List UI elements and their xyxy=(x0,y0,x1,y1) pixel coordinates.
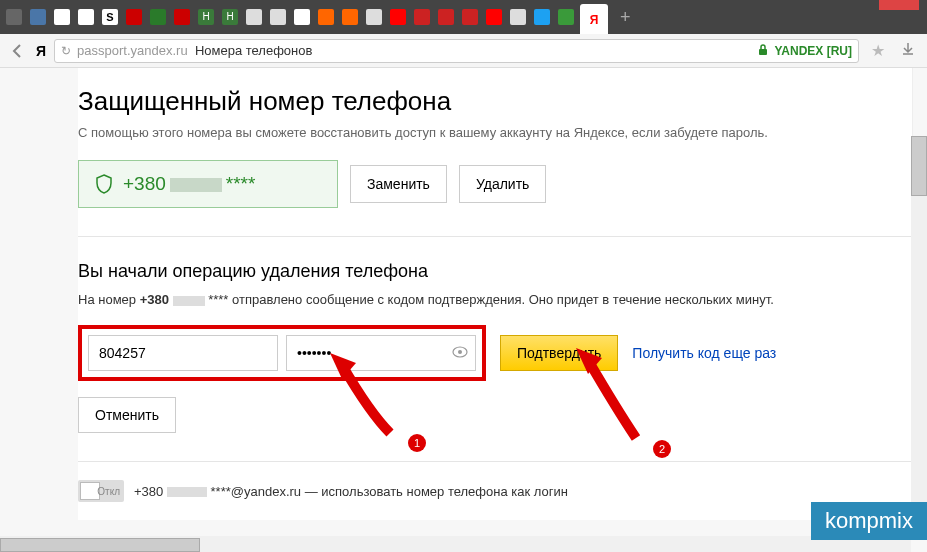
reload-icon[interactable]: ↻ xyxy=(61,44,71,58)
tab-favicon-mail[interactable] xyxy=(54,9,70,25)
tab-bar-indicator xyxy=(879,0,919,10)
tab-favicon-tv[interactable] xyxy=(78,9,94,25)
vertical-scrollbar-thumb[interactable] xyxy=(911,136,927,196)
password-input[interactable] xyxy=(286,335,476,371)
info-line: На номер +380 **** отправлено сообщение … xyxy=(78,292,912,307)
browser-tab-bar: S H H Я + xyxy=(0,0,927,34)
horizontal-scrollbar-track[interactable] xyxy=(0,536,911,552)
protected-phone-row: +380**** Заменить Удалить xyxy=(78,160,912,208)
confirm-button[interactable]: Подтвердить xyxy=(500,335,618,371)
svg-point-2 xyxy=(458,350,462,354)
tab-favicon-chart2[interactable] xyxy=(438,9,454,25)
cancel-button[interactable]: Отменить xyxy=(78,397,176,433)
divider xyxy=(78,461,912,462)
tab-favicon-doc[interactable] xyxy=(246,9,262,25)
tab-favicon-doc4[interactable] xyxy=(510,9,526,25)
lock-icon xyxy=(758,44,768,58)
operation-heading: Вы начали операцию удаления телефона xyxy=(78,261,912,282)
password-wrap xyxy=(286,335,476,371)
confirm-row: Подтвердить Получить код еще раз xyxy=(78,325,912,381)
vertical-scrollbar-track[interactable] xyxy=(911,136,927,536)
tab-favicon-blue[interactable] xyxy=(534,9,550,25)
tab-favicon-mi[interactable] xyxy=(342,9,358,25)
tab-favicon-h2[interactable]: H xyxy=(222,9,238,25)
tab-favicon-green[interactable] xyxy=(150,9,166,25)
toggle-off-label: Откл xyxy=(97,486,120,497)
url-field[interactable]: ↻ passport.yandex.ru Номера телефонов YA… xyxy=(54,39,859,63)
tab-favicon-vk[interactable] xyxy=(30,9,46,25)
login-text: +380 ****@yandex.ru — использовать номер… xyxy=(134,484,568,499)
tab-favicon-h[interactable]: H xyxy=(198,9,214,25)
tab-favicon-orange[interactable] xyxy=(318,9,334,25)
page-subtitle: С помощью этого номера вы сможете восста… xyxy=(78,125,912,140)
url-text: passport.yandex.ru Номера телефонов xyxy=(77,43,312,58)
bookmark-star-icon[interactable]: ★ xyxy=(867,41,889,60)
annotation-badge-2: 2 xyxy=(653,440,671,458)
horizontal-scrollbar-thumb[interactable] xyxy=(0,538,200,552)
page-content: Защищенный номер телефона С помощью этог… xyxy=(78,68,913,520)
highlight-box-inputs xyxy=(78,325,486,381)
page-title: Защищенный номер телефона xyxy=(78,86,912,117)
tab-favicon-chart3[interactable] xyxy=(462,9,478,25)
divider xyxy=(78,236,912,237)
tab-favicon-chart1[interactable] xyxy=(414,9,430,25)
back-button[interactable] xyxy=(8,41,28,61)
yandex-logo[interactable]: Я xyxy=(36,43,46,59)
shield-icon xyxy=(95,174,113,194)
tab-favicon-yandex2[interactable] xyxy=(486,9,502,25)
tab-favicon-green2[interactable] xyxy=(558,9,574,25)
active-tab-favicon: Я xyxy=(586,12,602,28)
code-input[interactable] xyxy=(88,335,278,371)
protected-phone-display: +380**** xyxy=(78,160,338,208)
tab-favicon-youtube2[interactable] xyxy=(174,9,190,25)
tab-favicon-doc3[interactable] xyxy=(366,9,382,25)
tab-favicon-doc2[interactable] xyxy=(270,9,286,25)
address-bar: Я ↻ passport.yandex.ru Номера телефонов … xyxy=(0,34,927,68)
security-label: YANDEX [RU] xyxy=(774,44,852,58)
tab-favicon-s[interactable]: S xyxy=(102,9,118,25)
tab-favicon-o[interactable] xyxy=(294,9,310,25)
replace-button[interactable]: Заменить xyxy=(350,165,447,203)
resend-code-link[interactable]: Получить код еще раз xyxy=(632,345,776,361)
new-tab-button[interactable]: + xyxy=(612,7,639,28)
annotation-badge-1: 1 xyxy=(408,434,426,452)
toggle-switch[interactable]: Откл xyxy=(78,480,124,502)
phone-as-login-row: Откл +380 ****@yandex.ru — использовать … xyxy=(78,480,912,502)
eye-icon[interactable] xyxy=(452,345,468,361)
tab-favicon-yandex[interactable] xyxy=(390,9,406,25)
active-tab[interactable]: Я xyxy=(580,4,608,34)
tab-favicon[interactable] xyxy=(6,9,22,25)
watermark: kompmix xyxy=(811,502,927,540)
protected-phone-number: +380**** xyxy=(123,173,255,195)
svg-rect-0 xyxy=(759,49,767,55)
download-icon[interactable] xyxy=(897,42,919,59)
page-viewport: Защищенный номер телефона С помощью этог… xyxy=(0,68,927,552)
delete-button[interactable]: Удалить xyxy=(459,165,546,203)
tab-favicon-youtube[interactable] xyxy=(126,9,142,25)
